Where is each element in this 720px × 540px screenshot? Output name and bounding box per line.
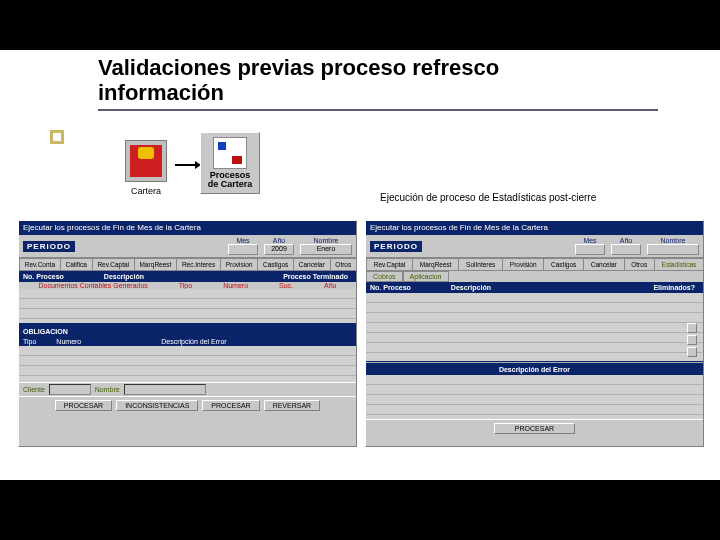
tab[interactable]: Rec.Interes	[176, 258, 221, 270]
oblig-header: OBLIGACION	[19, 326, 356, 337]
checkbox[interactable]	[687, 347, 697, 357]
tab-estadisticas[interactable]: Estadisticas	[654, 258, 704, 270]
tabs-left: Rev.Conta Califica Rev.Captal MarqReest …	[19, 258, 356, 271]
anio-field[interactable]: 2009	[264, 244, 294, 255]
subtitle: Ejecución de proceso de Estadísticas pos…	[380, 192, 596, 203]
procesos-icon	[213, 137, 247, 169]
tab[interactable]: Provision	[220, 258, 258, 270]
tab[interactable]: Castigos	[543, 258, 584, 270]
window-left-title: Ejecutar los procesos de Fin de Mes de l…	[19, 221, 356, 235]
client-bar: Cliente Nombre	[19, 382, 356, 396]
tab[interactable]: Califica	[60, 258, 93, 270]
window-left: Ejecutar los procesos de Fin de Mes de l…	[18, 220, 357, 447]
cliente-field[interactable]	[49, 384, 91, 395]
grid-left[interactable]	[19, 289, 356, 323]
err-header-right: Descripción del Error	[366, 364, 703, 375]
tab[interactable]: Otros	[624, 258, 655, 270]
mes-field[interactable]	[228, 244, 258, 255]
procesos-label: Procesos de Cartera	[201, 171, 259, 189]
tab[interactable]: Rev.Conta	[19, 258, 61, 270]
tab[interactable]: Castigos	[257, 258, 294, 270]
checkbox[interactable]	[687, 323, 697, 333]
tab[interactable]: Otros	[330, 258, 357, 270]
procesos-shortcut[interactable]: Procesos de Cartera	[200, 132, 260, 194]
slide: Validaciones previas proceso refresco in…	[0, 50, 720, 480]
title-rule	[98, 109, 658, 111]
tab[interactable]: SolInteres	[458, 258, 503, 270]
procesar-button[interactable]: PROCESAR	[494, 423, 575, 434]
grid-errors-left[interactable]	[19, 346, 356, 382]
grid-errors-right[interactable]	[366, 375, 703, 419]
nombre-client-field[interactable]	[124, 384, 206, 395]
cartera-label: Cartera	[120, 186, 172, 196]
tab[interactable]: Rev.Captal	[366, 258, 413, 270]
tabs-right: Rev.Captal MarqReest SolInteres Provisió…	[366, 258, 703, 271]
periodo-bar-left: PERIODO Mes Año2009 NombreEnero	[19, 235, 356, 258]
subtabs-right: Cobros Aplicacion	[366, 271, 703, 282]
periodo-bar-right: PERIODO Mes Año Nombre	[366, 235, 703, 258]
procesar-button[interactable]: PROCESAR	[55, 400, 112, 411]
slide-title: Validaciones previas proceso refresco in…	[98, 55, 499, 106]
tab[interactable]: MarqReest	[412, 258, 459, 270]
nombre-field[interactable]: Enero	[300, 244, 352, 255]
checkbox-col	[687, 323, 697, 357]
window-right: Ejecutar los procesos de Fin de Mes de l…	[365, 220, 704, 447]
tab[interactable]: Provisión	[502, 258, 544, 270]
reversar-button[interactable]: REVERSAR	[264, 400, 321, 411]
grid-header-right: No. Proceso Descripción Eliminados?	[366, 282, 703, 293]
arrow-icon	[175, 158, 201, 170]
tab[interactable]: Cancelar	[293, 258, 331, 270]
periodo-label: PERIODO	[370, 241, 422, 252]
procesar2-button[interactable]: PROCESAR	[202, 400, 259, 411]
tab[interactable]: MarqReest	[134, 258, 177, 270]
inconsistencias-button[interactable]: INCONSISTENCIAS	[116, 400, 198, 411]
window-right-title: Ejecutar los procesos de Fin de Mes de l…	[366, 221, 703, 235]
checkbox[interactable]	[687, 335, 697, 345]
button-bar-left: PROCESAR INCONSISTENCIAS PROCESAR REVERS…	[19, 396, 356, 414]
cartera-shortcut[interactable]: Cartera	[120, 140, 172, 196]
cartera-icon	[125, 140, 167, 182]
detail-hdr: Documentos Contables Generados Tipo Nume…	[19, 282, 356, 289]
mes-field[interactable]	[575, 244, 605, 255]
button-bar-right: PROCESAR	[366, 419, 703, 437]
tab[interactable]: Cancelar	[583, 258, 624, 270]
bullet-icon	[50, 130, 64, 144]
title-line1: Validaciones previas proceso refresco	[98, 55, 499, 80]
title-line2: información	[98, 80, 224, 105]
anio-field[interactable]	[611, 244, 641, 255]
subtab[interactable]: Cobros	[366, 271, 403, 282]
grid-header-left: No. Proceso Descripción Proceso Terminad…	[19, 271, 356, 282]
tab[interactable]: Rev.Captal	[92, 258, 135, 270]
grid-right[interactable]	[366, 293, 703, 361]
periodo-label: PERIODO	[23, 241, 75, 252]
subtab[interactable]: Aplicacion	[403, 271, 449, 282]
nombre-field[interactable]	[647, 244, 699, 255]
